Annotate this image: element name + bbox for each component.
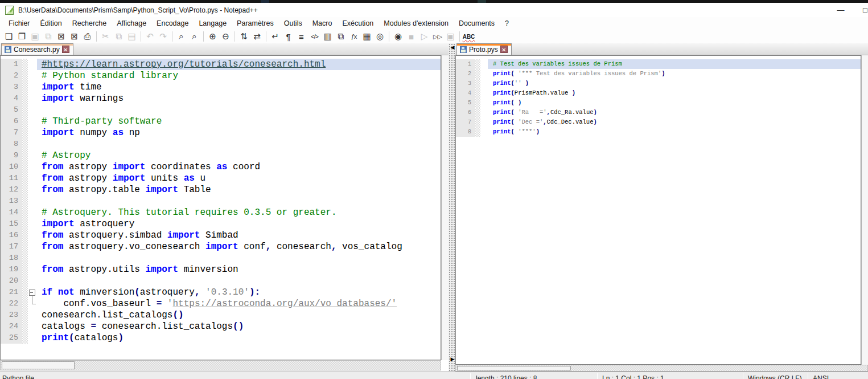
close-icon[interactable]: ⊠ — [55, 30, 68, 43]
menu-item-6[interactable]: Paramètres — [232, 17, 279, 30]
bookmark-margin[interactable] — [22, 150, 28, 161]
bookmark-margin[interactable] — [22, 252, 28, 264]
bookmark-margin[interactable] — [475, 127, 480, 137]
bookmark-margin[interactable] — [22, 287, 28, 298]
bookmark-margin[interactable] — [22, 104, 28, 116]
bookmark-margin[interactable] — [22, 127, 28, 138]
left-editor[interactable]: 1#https://learn.astropy.org/tutorials/co… — [0, 55, 441, 360]
macro-stop-icon[interactable]: ■ — [405, 30, 418, 43]
bookmark-margin[interactable] — [22, 138, 28, 150]
bookmark-margin[interactable] — [22, 275, 28, 287]
pane-splitter[interactable] — [449, 43, 455, 372]
sync-horizontal-scroll-icon[interactable]: ⇄ — [250, 30, 264, 43]
scrollbar-thumb[interactable] — [2, 361, 75, 369]
bookmark-margin[interactable] — [22, 173, 28, 184]
macro-play-icon[interactable]: ▷ — [418, 30, 431, 43]
menu-item-2[interactable]: Recherche — [67, 17, 112, 30]
menu-item-11[interactable]: Documents — [454, 17, 500, 30]
bookmark-margin[interactable] — [22, 70, 28, 81]
save-icon[interactable]: ▣ — [28, 30, 42, 43]
bookmark-margin[interactable] — [22, 59, 28, 70]
splitter-collapse-right-icon[interactable]: ▶ — [449, 356, 456, 362]
save-all-icon[interactable]: ⧉ — [42, 30, 55, 43]
maximize-button[interactable]: □ — [857, 3, 868, 17]
macro-run-multiple-icon[interactable]: ▷▷ — [431, 30, 444, 43]
tab-close-icon[interactable]: ✕ — [500, 46, 508, 53]
bookmark-margin[interactable] — [22, 116, 28, 127]
find-icon[interactable]: ⌕ — [175, 30, 188, 43]
left-vertical-scrollbar[interactable] — [441, 55, 449, 360]
tab-conesearch[interactable]: Conesearch.py ✕ — [1, 43, 73, 55]
bookmark-margin[interactable] — [22, 207, 28, 218]
indent-guide-icon[interactable]: ≡ — [295, 30, 308, 43]
undo-icon[interactable]: ↶ — [143, 30, 157, 43]
show-all-characters-icon[interactable]: ¶ — [282, 30, 295, 43]
left-horizontal-scrollbar[interactable] — [0, 360, 441, 370]
fold-marker-open-icon[interactable] — [28, 287, 37, 298]
document-list-icon[interactable]: ⧉ — [334, 30, 347, 43]
copy-icon[interactable]: ⧉ — [112, 30, 125, 43]
menu-item-3[interactable]: Affichage — [112, 17, 151, 30]
fold-margin — [480, 108, 488, 117]
splitter-collapse-left-icon[interactable]: ◀ — [449, 44, 456, 50]
bookmark-margin[interactable] — [475, 88, 480, 98]
bookmark-margin[interactable] — [22, 309, 28, 321]
menu-item-5[interactable]: Langage — [194, 17, 232, 30]
bookmark-margin[interactable] — [22, 298, 28, 309]
fold-margin — [28, 309, 37, 321]
macro-record-icon[interactable]: ◉ — [392, 30, 405, 43]
bookmark-margin[interactable] — [475, 108, 480, 117]
zoom-in-icon[interactable]: ⊕ — [206, 30, 219, 43]
sync-vertical-scroll-icon[interactable]: ⇅ — [237, 30, 250, 43]
bookmark-margin[interactable] — [22, 241, 28, 252]
bookmark-margin[interactable] — [22, 81, 28, 93]
open-file-icon[interactable]: ❒ — [15, 30, 28, 43]
new-file-icon[interactable]: ❏ — [2, 30, 15, 43]
bookmark-margin[interactable] — [22, 321, 28, 332]
bookmark-margin[interactable] — [475, 79, 480, 88]
bookmark-margin[interactable] — [475, 59, 480, 69]
bookmark-margin[interactable] — [22, 218, 28, 230]
bookmark-margin[interactable] — [475, 98, 480, 108]
menu-item-7[interactable]: Outils — [279, 17, 307, 30]
bookmark-margin[interactable] — [475, 117, 480, 127]
bookmark-margin[interactable] — [22, 93, 28, 104]
tab-proto[interactable]: Proto.pys ✕ — [456, 43, 512, 55]
close-all-icon[interactable]: ⊠ — [68, 30, 81, 43]
right-horizontal-scrollbar[interactable] — [455, 365, 868, 372]
menu-item-1[interactable]: Édition — [35, 17, 67, 30]
folder-as-workspace-icon[interactable]: ▦ — [360, 30, 373, 43]
word-wrap-icon[interactable]: ↵ — [269, 30, 282, 43]
document-map-icon[interactable]: ▥ — [321, 30, 334, 43]
bookmark-margin[interactable] — [475, 69, 480, 79]
bookmark-margin[interactable] — [22, 264, 28, 275]
function-list-icon[interactable]: ƒx — [347, 30, 360, 43]
paste-icon[interactable]: ▤ — [125, 30, 138, 43]
scrollbar-thumb[interactable] — [457, 366, 571, 370]
spell-check-icon[interactable]: ABC — [462, 30, 475, 43]
macro-save-icon[interactable]: ▣ — [444, 30, 457, 43]
menu-item-4[interactable]: Encodage — [151, 17, 194, 30]
tab-close-icon[interactable]: ✕ — [62, 46, 69, 53]
right-editor[interactable]: 1# Test des variables issues de Prism2pr… — [455, 55, 861, 365]
print-icon[interactable]: ⎙ — [81, 30, 94, 43]
zoom-out-icon[interactable]: ⊖ — [219, 30, 232, 43]
minimize-button[interactable]: — — [832, 3, 849, 17]
replace-icon[interactable]: ⌕ — [188, 30, 201, 43]
bookmark-margin[interactable] — [22, 332, 28, 344]
bookmark-margin[interactable] — [22, 161, 28, 173]
menu-item-12[interactable]: ? — [500, 17, 514, 30]
monitoring-icon[interactable]: ◎ — [373, 30, 386, 43]
redo-icon[interactable]: ↷ — [157, 30, 170, 43]
menu-item-9[interactable]: Exécution — [337, 17, 379, 30]
bookmark-margin[interactable] — [22, 184, 28, 195]
fold-margin — [28, 230, 37, 241]
right-vertical-scrollbar[interactable] — [861, 55, 868, 365]
menu-item-10[interactable]: Modules d'extension — [379, 17, 454, 30]
menu-item-0[interactable]: Fichier — [3, 17, 35, 30]
cut-icon[interactable]: ✂ — [99, 30, 112, 43]
menu-item-8[interactable]: Macro — [307, 17, 338, 30]
show-wrap-symbol-icon[interactable]: </> — [308, 30, 321, 43]
bookmark-margin[interactable] — [22, 230, 28, 241]
bookmark-margin[interactable] — [22, 195, 28, 207]
